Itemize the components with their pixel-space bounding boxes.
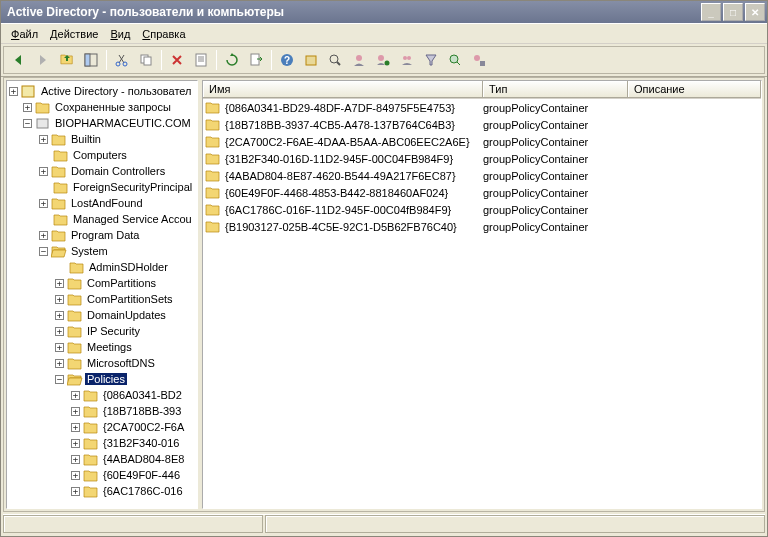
tool-button[interactable]: [444, 49, 466, 71]
tree-item[interactable]: {18B718BB-393: [101, 405, 183, 417]
folder-icon: [51, 165, 67, 178]
collapse-toggle[interactable]: −: [39, 247, 48, 256]
tool-button[interactable]: [468, 49, 490, 71]
item-type: groupPolicyContainer: [483, 170, 628, 182]
tree-item[interactable]: LostAndFound: [69, 197, 145, 209]
list-item[interactable]: {B1903127-025B-4C5E-92C1-D5B62FB76C40}gr…: [203, 218, 761, 235]
cut-button[interactable]: [111, 49, 133, 71]
group-button[interactable]: [396, 49, 418, 71]
list-item[interactable]: {18B718BB-3937-4CB5-A478-137B764C64B3}gr…: [203, 116, 761, 133]
tree-item[interactable]: AdminSDHolder: [87, 261, 170, 273]
tree-pane[interactable]: +Active Directory - пользовател +Сохране…: [6, 80, 198, 509]
expand-toggle[interactable]: +: [71, 423, 80, 432]
properties-button[interactable]: [190, 49, 212, 71]
tree-item[interactable]: ComPartitionSets: [85, 293, 175, 305]
copy-button[interactable]: [135, 49, 157, 71]
cut-icon: [115, 53, 129, 67]
folder-up-icon: [60, 53, 74, 67]
up-button[interactable]: [56, 49, 78, 71]
tree-item[interactable]: Domain Controllers: [69, 165, 167, 177]
help-icon: ?: [280, 53, 294, 67]
expand-toggle[interactable]: +: [55, 295, 64, 304]
expand-toggle[interactable]: +: [55, 311, 64, 320]
expand-toggle[interactable]: +: [55, 279, 64, 288]
list-item[interactable]: {31B2F340-016D-11D2-945F-00C04FB984F9}gr…: [203, 150, 761, 167]
list-item[interactable]: {60E49F0F-4468-4853-B442-8818460AF024}gr…: [203, 184, 761, 201]
users-button[interactable]: [348, 49, 370, 71]
expand-toggle[interactable]: +: [71, 471, 80, 480]
close-button[interactable]: ✕: [745, 3, 765, 21]
tree-root[interactable]: Active Directory - пользовател: [39, 85, 194, 97]
expand-toggle[interactable]: +: [39, 167, 48, 176]
expand-toggle[interactable]: +: [55, 327, 64, 336]
refresh-button[interactable]: [221, 49, 243, 71]
tree-item[interactable]: {60E49F0F-446: [101, 469, 182, 481]
tree-item[interactable]: {6AC1786C-016: [101, 485, 185, 497]
menu-action[interactable]: Действие: [44, 26, 104, 42]
tree-item[interactable]: DomainUpdates: [85, 309, 168, 321]
minimize-button[interactable]: _: [701, 3, 721, 21]
expand-toggle[interactable]: +: [55, 359, 64, 368]
svg-rect-24: [480, 61, 485, 66]
tree-item[interactable]: ComPartitions: [85, 277, 158, 289]
tree-item[interactable]: Сохраненные запросы: [53, 101, 173, 113]
expand-toggle[interactable]: +: [71, 407, 80, 416]
collapse-toggle[interactable]: −: [55, 375, 64, 384]
expand-toggle[interactable]: +: [39, 135, 48, 144]
expand-toggle[interactable]: +: [71, 487, 80, 496]
tree-item[interactable]: Managed Service Accou: [71, 213, 194, 225]
filter-button[interactable]: [420, 49, 442, 71]
menu-help[interactable]: Справка: [136, 26, 191, 42]
item-name: {6AC1786C-016F-11D2-945F-00C04fB984F9}: [225, 204, 451, 216]
tree-item[interactable]: {31B2F340-016: [101, 437, 181, 449]
menubar: Файл Действие Вид Справка: [1, 23, 767, 43]
tree-domain[interactable]: BIOPHARMACEUTIC.COM: [53, 117, 193, 129]
list-item[interactable]: {2CA700C2-F6AE-4DAA-B5AA-ABC06EEC2A6E}gr…: [203, 133, 761, 150]
back-button[interactable]: [8, 49, 30, 71]
forward-icon: [36, 53, 50, 67]
find-button[interactable]: [324, 49, 346, 71]
list-item[interactable]: {4ABAD804-8E87-4620-B544-49A217F6EC87}gr…: [203, 167, 761, 184]
tree-item[interactable]: Builtin: [69, 133, 103, 145]
tree-item-selected[interactable]: Policies: [85, 373, 127, 385]
menu-file[interactable]: Файл: [5, 26, 44, 42]
menu-view[interactable]: Вид: [104, 26, 136, 42]
tree-item[interactable]: {086A0341-BD2: [101, 389, 184, 401]
tree-item[interactable]: Meetings: [85, 341, 134, 353]
help-button[interactable]: ?: [276, 49, 298, 71]
expand-toggle[interactable]: +: [9, 87, 18, 96]
expand-toggle[interactable]: +: [39, 231, 48, 240]
expand-toggle[interactable]: +: [71, 455, 80, 464]
list-body[interactable]: {086A0341-BD29-48DF-A7DF-84975F5E4753}gr…: [203, 99, 761, 508]
tree-item[interactable]: ForeignSecurityPrincipal: [71, 181, 194, 193]
expand-toggle[interactable]: +: [23, 103, 32, 112]
column-header-name[interactable]: Имя: [203, 81, 483, 98]
expand-toggle[interactable]: +: [71, 391, 80, 400]
tree-item[interactable]: IP Security: [85, 325, 142, 337]
expand-toggle[interactable]: +: [71, 439, 80, 448]
list-item[interactable]: {086A0341-BD29-48DF-A7DF-84975F5E4753}gr…: [203, 99, 761, 116]
export-button[interactable]: [245, 49, 267, 71]
tree-item[interactable]: MicrosoftDNS: [85, 357, 157, 369]
tool-button[interactable]: [300, 49, 322, 71]
column-header-desc[interactable]: Описание: [628, 81, 761, 98]
list-item[interactable]: {6AC1786C-016F-11D2-945F-00C04fB984F9}gr…: [203, 201, 761, 218]
tree-item[interactable]: Program Data: [69, 229, 141, 241]
tree-item[interactable]: {4ABAD804-8E8: [101, 453, 186, 465]
maximize-button[interactable]: □: [723, 3, 743, 21]
add-user-button[interactable]: [372, 49, 394, 71]
show-hide-button[interactable]: [80, 49, 102, 71]
expand-toggle[interactable]: +: [55, 343, 64, 352]
tree-item[interactable]: {2CA700C2-F6A: [101, 421, 186, 433]
collapse-toggle[interactable]: −: [23, 119, 32, 128]
tree-item[interactable]: Computers: [71, 149, 129, 161]
delete-button[interactable]: [166, 49, 188, 71]
tree-item[interactable]: System: [69, 245, 110, 257]
column-header-type[interactable]: Тип: [483, 81, 628, 98]
forward-button[interactable]: [32, 49, 54, 71]
svg-point-14: [330, 55, 338, 63]
titlebar[interactable]: Active Directory - пользователи и компью…: [1, 1, 767, 23]
folder-icon: [83, 469, 99, 482]
export-icon: [249, 53, 263, 67]
expand-toggle[interactable]: +: [39, 199, 48, 208]
